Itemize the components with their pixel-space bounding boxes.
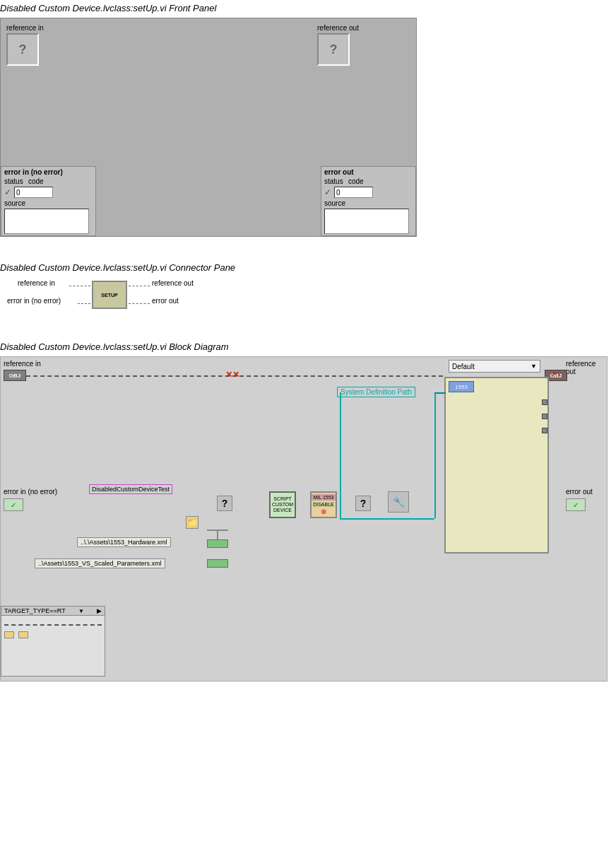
bd-target-ind-1 [4,631,14,638]
error-in-check-icon: ✓ [4,187,11,197]
bd-target-type-box: TARGET_TYPE==RT ▼ ▶ [1,606,105,677]
bd-ref-in-label: reference in [4,360,41,368]
bd-tool-icon: 🔧 [393,496,405,508]
bd-target-header: TARGET_TYPE==RT ▼ ▶ [1,607,105,616]
conn-error-out-label: error out [152,297,179,305]
bd-error-out-label: error out [566,488,593,496]
bd-target-inner [1,616,105,641]
bd-disable-block: MIL 1553 DISABLE ⊗ [310,491,337,518]
bd-connector-dot-3 [542,428,547,433]
ref-in-box: ? [6,33,39,66]
bd-error-in-indicator: ✓ [4,498,23,511]
bd-obj-in-box: OBJ [4,370,26,381]
error-out-status-row: status code [324,177,413,185]
error-in-title: error in (no error) [4,168,93,176]
ref-out-label: reference out [317,24,359,32]
error-in-cluster: error in (no error) status code ✓ 0 sour… [1,166,96,236]
conn-wire-left-bot [78,303,90,304]
bd-disable-icon: ⊗ [321,508,326,515]
bd-default-dropdown[interactable]: Default ▼ [449,360,540,373]
bd-wire-marker-2: ✕ [552,370,557,378]
bd-sys-def-path: System Definition Path [337,387,415,397]
bd-mil-1553-label: MIL 1553 [312,494,336,501]
bd-question-2: ? [355,496,371,511]
ref-out-box: ? [317,33,350,66]
bd-target-type-label: TARGET_TYPE==RT [4,607,66,614]
conn-wire-right-bot [129,303,150,304]
ref-in-label: reference in [6,24,44,32]
block-diagram-canvas: reference in OBJ ✕✕ Default ▼ reference … [0,356,608,682]
error-out-source-label: source [324,199,413,207]
bd-file1-box: ..\.\Assets\1553_Hardware.xml [77,537,171,547]
gap-2 [0,322,616,336]
bd-error-out-indicator: ✓ [566,498,586,511]
bd-teal-wire [434,392,446,394]
block-diagram-section: Disabled Custom Device.lvclass:setUp.vi … [0,336,616,687]
bd-disable-label: DISABLE [312,501,336,508]
bd-target-arrow-icon: ▶ [97,607,102,614]
connector-vi-name: SETUP [101,293,117,298]
error-out-source-field[interactable] [324,209,409,234]
error-out-title: error out [324,168,413,176]
bd-folder-icon: 📁 [186,516,199,529]
bd-ref-out-label: reference out [566,360,607,375]
connector-box: SETUP [92,281,127,309]
bd-teal-wire-v2 [434,394,436,518]
conn-error-in-label: error in (no error) [7,297,61,305]
bd-test-name-box: DisabledCustomDeviceTest [89,484,172,494]
bd-file2-box: ..\Assets\1553_VS_Scaled_Parameters.xml [35,558,165,568]
error-in-status-row: status code [4,177,93,185]
error-out-code-field[interactable]: 0 [334,187,373,198]
bd-connector-dot-1 [542,399,547,405]
bd-target-indicators [4,631,102,638]
bd-question-1: ? [217,496,232,511]
error-out-check-icon: ✓ [324,187,331,197]
gap-1 [0,242,616,257]
bd-tool-block: 🔧 [388,491,409,513]
conn-wire-left-top [69,286,90,286]
bd-1553-block: 1553 [449,381,474,392]
bd-error-in-check-icon: ✓ [11,501,16,509]
conn-wire-right-top [129,286,150,286]
bd-error-in-label: error in (no error) [4,488,57,496]
error-out-code-label: code [348,177,369,185]
bd-target-dropdown-icon[interactable]: ▼ [78,608,84,614]
bd-script-block: SCRIPTCUSTOMDEVICE [269,491,296,518]
error-in-code-value: 0 [16,189,20,197]
bd-file-conn-2 [207,559,228,568]
bd-error-out-check-icon: ✓ [573,501,579,509]
error-in-source-label: source [4,199,93,207]
error-out-values-row: ✓ 0 [324,187,413,198]
bd-big-block: 1553 [444,377,549,554]
bd-wire-marker-1: ✕✕ [225,370,239,380]
bd-teal-wire-bot [340,518,434,520]
error-out-status-label: status [324,177,345,185]
conn-ref-in-label: reference in [18,279,55,287]
bd-teal-wire-v [340,392,341,520]
error-in-code-label: code [28,177,49,185]
error-in-source-field[interactable] [4,209,89,234]
bd-target-inner-wire [4,624,102,626]
bd-connector-dot-2 [542,414,547,419]
error-in-code-field[interactable]: 0 [14,187,53,198]
bd-file-conn-1 [207,539,228,548]
error-out-cluster: error out status code ✓ 0 source [321,166,416,236]
ref-out-control: reference out ? [317,24,359,66]
front-panel-title: Disabled Custom Device.lvclass:setUp.vi … [0,3,616,13]
front-panel-canvas: reference in ? reference out ? error in … [0,18,417,237]
error-in-status-label: status [4,177,25,185]
error-out-code-value: 0 [336,189,340,197]
front-panel-section: Disabled Custom Device.lvclass:setUp.vi … [0,0,616,242]
ref-out-symbol: ? [330,42,338,57]
connector-pane-section: Disabled Custom Device.lvclass:setUp.vi … [0,257,616,322]
bd-dropdown-arrow-icon[interactable]: ▼ [531,363,537,370]
bd-target-ind-2 [18,631,28,638]
ref-in-symbol: ? [19,42,27,57]
bd-script-label: SCRIPTCUSTOMDEVICE [272,496,293,513]
error-in-values-row: ✓ 0 [4,187,93,198]
connector-pane-title: Disabled Custom Device.lvclass:setUp.vi … [0,262,616,273]
bd-default-label: Default [452,363,475,370]
connector-diagram: reference in SETUP reference out error i… [7,277,616,316]
conn-ref-out-label: reference out [152,279,194,287]
block-diagram-title: Disabled Custom Device.lvclass:setUp.vi … [0,341,616,352]
